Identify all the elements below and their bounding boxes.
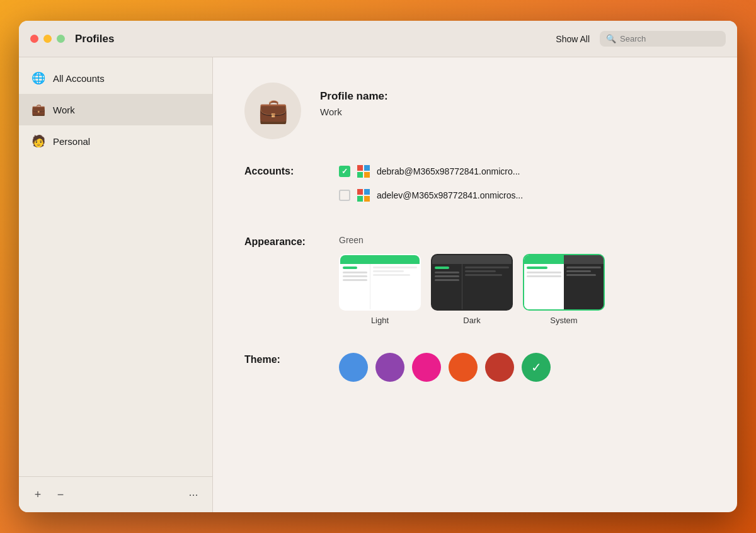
svg-rect-6 bbox=[357, 196, 363, 202]
theme-label: Theme: bbox=[244, 353, 320, 365]
sidebar-item-label-work: Work bbox=[53, 105, 75, 115]
theme-colors: ✓ bbox=[339, 353, 706, 382]
sidebar-item-personal[interactable]: 🧑 Personal bbox=[19, 125, 212, 157]
detail-panel: 💼 Profile name: Work Accounts: bbox=[213, 57, 737, 512]
more-options-button[interactable]: ··· bbox=[185, 486, 202, 503]
sidebar-footer: + − ··· bbox=[19, 476, 212, 512]
close-button[interactable] bbox=[30, 35, 38, 43]
appearance-value: Green bbox=[339, 235, 706, 245]
light-theme-label: Light bbox=[371, 316, 389, 325]
dark-theme-label: Dark bbox=[463, 316, 480, 325]
theme-preview-light[interactable]: Light bbox=[339, 254, 421, 325]
maximize-button[interactable] bbox=[57, 35, 65, 43]
office-icon-1 bbox=[357, 188, 370, 202]
svg-rect-3 bbox=[364, 172, 370, 178]
color-green[interactable]: ✓ bbox=[522, 353, 551, 382]
search-input[interactable] bbox=[620, 34, 719, 43]
system-theme-label: System bbox=[550, 316, 577, 325]
accounts-section: Accounts: debrab@M365x98772841.onmicro..… bbox=[244, 164, 706, 212]
sidebar-items: 🌐 All Accounts 💼 Work 🧑 Personal bbox=[19, 57, 212, 476]
color-orange[interactable] bbox=[449, 353, 478, 382]
svg-rect-4 bbox=[357, 189, 363, 195]
avatar-icon: 💼 bbox=[258, 97, 288, 125]
main-content: 🌐 All Accounts 💼 Work 🧑 Personal + − ··· bbox=[19, 57, 737, 512]
search-icon: 🔍 bbox=[606, 34, 616, 43]
main-window: Profiles Show All 🔍 🌐 All Accounts 💼 Wor… bbox=[19, 21, 737, 512]
titlebar-actions: Show All 🔍 bbox=[556, 31, 726, 47]
sidebar-item-work[interactable]: 💼 Work bbox=[19, 94, 212, 125]
sidebar-item-label-personal: Personal bbox=[53, 136, 90, 147]
svg-rect-5 bbox=[364, 189, 370, 195]
briefcase-icon: 💼 bbox=[32, 103, 45, 117]
account-checkbox-0[interactable] bbox=[339, 166, 350, 177]
profile-header: 💼 Profile name: Work bbox=[244, 83, 706, 139]
account-checkbox-1[interactable] bbox=[339, 190, 350, 201]
theme-preview-dark[interactable]: Dark bbox=[431, 254, 513, 325]
sidebar: 🌐 All Accounts 💼 Work 🧑 Personal + − ··· bbox=[19, 57, 213, 512]
window-title: Profiles bbox=[75, 33, 556, 45]
color-blue[interactable] bbox=[339, 353, 368, 382]
appearance-label: Appearance: bbox=[244, 235, 320, 248]
accounts-label: Accounts: bbox=[244, 164, 320, 177]
system-preview-box bbox=[523, 254, 605, 311]
profile-name-section: Profile name: Work bbox=[320, 83, 388, 117]
profile-name-label: Profile name: bbox=[320, 90, 388, 103]
add-profile-button[interactable]: + bbox=[29, 486, 47, 503]
globe-icon: 🌐 bbox=[32, 71, 45, 85]
color-purple[interactable] bbox=[375, 353, 404, 382]
svg-rect-7 bbox=[364, 196, 370, 202]
sidebar-item-label-all-accounts: All Accounts bbox=[53, 73, 105, 84]
svg-rect-2 bbox=[357, 172, 363, 178]
light-preview-box bbox=[339, 254, 421, 311]
accounts-content: debrab@M365x98772841.onmicro... adelev@M… bbox=[339, 164, 706, 212]
remove-profile-button[interactable]: − bbox=[52, 486, 69, 503]
theme-previews: Light bbox=[339, 254, 706, 325]
svg-rect-0 bbox=[357, 165, 363, 171]
minimize-button[interactable] bbox=[43, 35, 52, 43]
dark-preview-box bbox=[431, 254, 513, 311]
appearance-section: Appearance: Green bbox=[244, 235, 706, 330]
profile-avatar: 💼 bbox=[244, 83, 301, 139]
office-icon-0 bbox=[357, 164, 370, 178]
svg-rect-1 bbox=[364, 165, 370, 171]
theme-section: Theme: ✓ bbox=[244, 353, 706, 382]
search-box: 🔍 bbox=[600, 31, 726, 47]
person-icon: 🧑 bbox=[32, 134, 45, 148]
traffic-lights bbox=[30, 35, 65, 43]
theme-preview-system[interactable]: System bbox=[523, 254, 605, 325]
color-pink[interactable] bbox=[412, 353, 441, 382]
profile-name-value: Work bbox=[320, 106, 388, 117]
account-name-0: debrab@M365x98772841.onmicro... bbox=[377, 166, 520, 176]
account-name-1: adelev@M365x98772841.onmicros... bbox=[377, 190, 523, 200]
titlebar: Profiles Show All 🔍 bbox=[19, 21, 737, 57]
appearance-content: Green bbox=[339, 235, 706, 330]
account-row-0: debrab@M365x98772841.onmicro... bbox=[339, 164, 706, 178]
color-swatches: ✓ bbox=[339, 353, 706, 382]
show-all-button[interactable]: Show All bbox=[556, 34, 590, 44]
color-red[interactable] bbox=[485, 353, 514, 382]
sidebar-item-all-accounts[interactable]: 🌐 All Accounts bbox=[19, 62, 212, 94]
account-row-1: adelev@M365x98772841.onmicros... bbox=[339, 188, 706, 202]
